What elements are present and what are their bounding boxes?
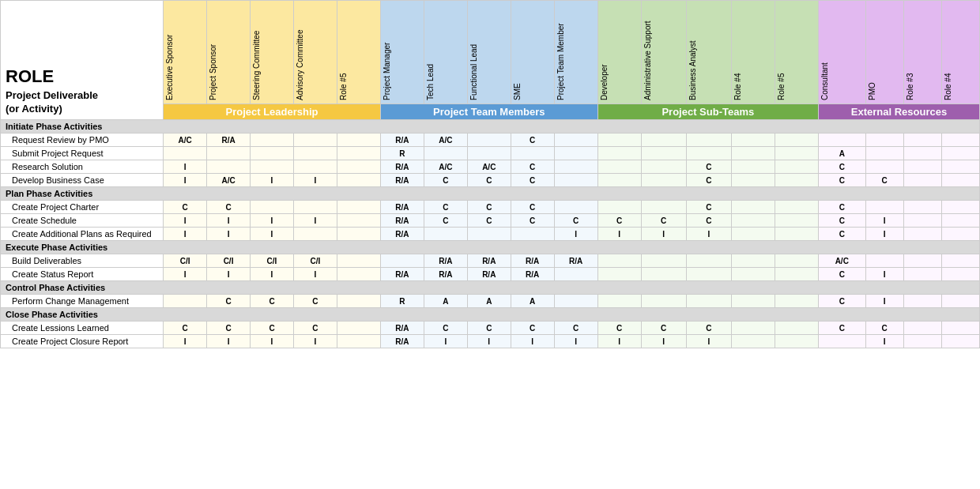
raci-cell (819, 134, 866, 147)
raci-cell: R/A (511, 268, 554, 281)
raci-cell (732, 201, 775, 214)
raci-cell: I (641, 335, 686, 348)
data-row: Request Review by PMOA/CR/AR/AA/CC (1, 134, 980, 147)
raci-cell: I (251, 214, 294, 228)
raci-cell: I (597, 228, 641, 241)
col-header-advisory-committee: Advisory Committee (293, 1, 337, 104)
raci-cell (903, 160, 941, 174)
data-row: Build DeliverablesC/IC/IC/IC/IR/AR/AR/AR… (1, 254, 980, 268)
raci-cell: C/I (251, 254, 294, 268)
raci-cell: C (554, 322, 597, 335)
raci-cell: C (686, 160, 731, 174)
raci-cell (941, 201, 979, 214)
raci-cell: R/A (380, 335, 424, 348)
raci-cell: C (819, 160, 866, 174)
raci-cell (775, 322, 819, 335)
group-label-team: Project Team Members (380, 104, 597, 120)
section-header-row: Control Phase Activities (1, 281, 980, 295)
raci-cell (775, 254, 819, 268)
raci-cell (251, 134, 294, 147)
col-header-project-team-member: Project Team Member (554, 1, 597, 104)
raci-cell (941, 268, 979, 281)
raci-cell (337, 228, 380, 241)
header-row-1: ROLE Project Deliverable(or Activity) Ex… (1, 1, 980, 104)
raci-cell: I (164, 268, 207, 281)
data-row: Develop Business CaseIA/CIIR/ACCCCCC (1, 174, 980, 187)
raci-cell (775, 160, 819, 174)
raci-cell (775, 335, 819, 348)
section-header-row: Plan Phase Activities (1, 187, 980, 201)
raci-cell (641, 295, 686, 308)
activity-label: Create Lessions Learned (1, 322, 164, 335)
col-header-project-sponsor: Project Sponsor (207, 1, 251, 104)
raci-cell (865, 134, 903, 147)
section-label: Close Phase Activities (1, 308, 980, 322)
section-label: Execute Phase Activities (1, 241, 980, 254)
raci-cell: C (424, 174, 467, 187)
raci-cell: I (641, 228, 686, 241)
raci-cell (337, 201, 380, 214)
data-row: Research SolutionIR/AA/CA/CCCC (1, 160, 980, 174)
raci-cell: C (467, 322, 511, 335)
raci-cell (641, 268, 686, 281)
raci-cell (903, 214, 941, 228)
raci-cell (732, 160, 775, 174)
raci-cell (865, 160, 903, 174)
raci-cell: I (686, 335, 731, 348)
raci-cell: R/A (380, 174, 424, 187)
raci-cell (467, 147, 511, 160)
raci-cell (941, 295, 979, 308)
col-header-tech-lead: Tech Lead (424, 1, 467, 104)
raci-cell: I (511, 335, 554, 348)
data-row: Submit Project RequestRA (1, 147, 980, 160)
table-body: Initiate Phase ActivitiesRequest Review … (1, 120, 980, 348)
raci-cell: C (819, 322, 866, 335)
col-header-role4-external: Role #4 (941, 1, 979, 104)
raci-cell: C (293, 322, 337, 335)
raci-cell: I (554, 335, 597, 348)
raci-cell: C (511, 134, 554, 147)
raci-cell (941, 322, 979, 335)
raci-cell: A/C (424, 134, 467, 147)
raci-cell (554, 134, 597, 147)
raci-cell: A/C (164, 134, 207, 147)
col-header-admin-support: Administrative Support (641, 1, 686, 104)
data-row: Create Additional Plans as RequiredIIIR/… (1, 228, 980, 241)
raci-cell: I (865, 228, 903, 241)
section-label: Control Phase Activities (1, 281, 980, 295)
raci-cell: C (686, 322, 731, 335)
raci-cell (903, 201, 941, 214)
raci-cell (686, 134, 731, 147)
raci-cell: I (865, 214, 903, 228)
raci-cell: C (819, 201, 866, 214)
raci-cell: C (511, 322, 554, 335)
group-label-leadership: Project Leadership (164, 104, 381, 120)
raci-cell (251, 160, 294, 174)
raci-cell: C (511, 174, 554, 187)
raci-cell (597, 295, 641, 308)
raci-cell (903, 268, 941, 281)
raci-cell (164, 295, 207, 308)
raci-cell (732, 268, 775, 281)
raci-cell: C (207, 322, 251, 335)
raci-cell (337, 134, 380, 147)
raci-cell (337, 214, 380, 228)
raci-cell (467, 228, 511, 241)
raci-cell: R (380, 147, 424, 160)
col-header-steering-committee: Steering Committee (251, 1, 294, 104)
raci-cell (597, 268, 641, 281)
col-header-role5-leadership: Role #5 (337, 1, 380, 104)
raci-cell: C (865, 174, 903, 187)
col-header-role3-external: Role #3 (903, 1, 941, 104)
raci-cell: R/A (380, 228, 424, 241)
raci-cell (641, 134, 686, 147)
raci-cell (554, 147, 597, 160)
raci-cell: C/I (293, 254, 337, 268)
section-label: Plan Phase Activities (1, 187, 980, 201)
raci-cell: C (865, 322, 903, 335)
raci-cell (641, 160, 686, 174)
activity-label: Create Project Closure Report (1, 335, 164, 348)
raci-cell (941, 160, 979, 174)
raci-cell: A (819, 147, 866, 160)
raci-cell: R/A (380, 268, 424, 281)
